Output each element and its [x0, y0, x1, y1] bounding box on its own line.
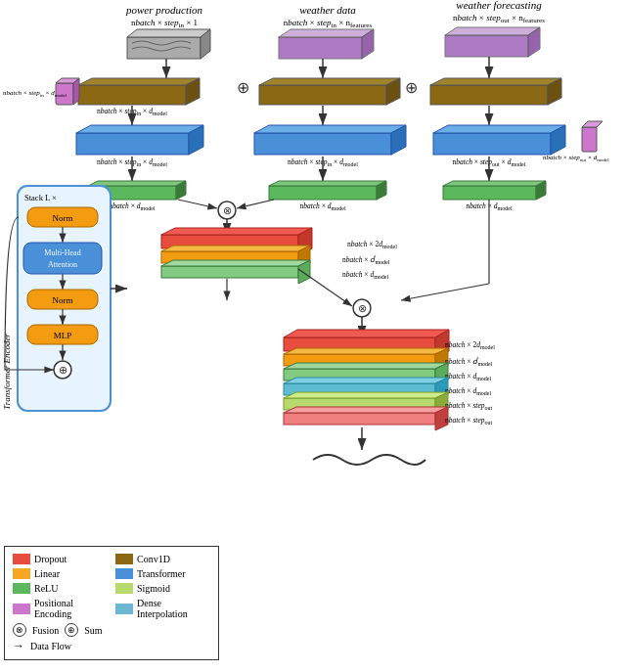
- svg-rect-13: [445, 35, 528, 57]
- svg-text:Norm: Norm: [53, 295, 73, 305]
- positional-color: [13, 604, 30, 614]
- svg-marker-26: [430, 78, 561, 85]
- svg-marker-14: [445, 27, 540, 35]
- dense-color: [115, 604, 133, 614]
- svg-rect-108: [284, 413, 435, 425]
- svg-marker-93: [284, 348, 448, 354]
- svg-text:nbatch × stepin × 1: nbatch × stepin × 1: [131, 18, 198, 29]
- svg-text:Stack L ×: Stack L ×: [24, 193, 57, 202]
- svg-rect-10: [279, 37, 362, 59]
- svg-marker-8: [127, 29, 210, 37]
- svg-rect-45: [433, 133, 551, 155]
- svg-text:⊕: ⊕: [59, 364, 67, 376]
- transformer-label: Transformer: [137, 568, 186, 579]
- svg-line-82: [401, 284, 489, 300]
- svg-text:nbatch × dmodel: nbatch × dmodel: [342, 270, 388, 280]
- diagram-container: power production nbatch × stepin × 1 wea…: [0, 0, 626, 672]
- dataflow-label: Data Flow: [30, 641, 71, 651]
- svg-text:Multi-Head: Multi-Head: [44, 248, 80, 257]
- svg-rect-60: [443, 186, 536, 200]
- dataflow-row: → Data Flow: [13, 639, 210, 653]
- svg-rect-56: [269, 186, 377, 200]
- arrow-icon: →: [13, 639, 24, 653]
- svg-text:⊕: ⊕: [237, 79, 249, 96]
- svg-marker-89: [284, 330, 449, 337]
- svg-rect-134: [582, 127, 597, 152]
- svg-marker-97: [284, 363, 448, 369]
- svg-text:nbatch × 2dmodel: nbatch × 2dmodel: [445, 340, 495, 350]
- legend-sigmoid: Sigmoid: [115, 583, 210, 594]
- svg-text:nbatch × dmodel: nbatch × dmodel: [445, 386, 491, 396]
- svg-text:nbatch × d̂model: nbatch × d̂model: [342, 255, 390, 265]
- svg-text:⊕: ⊕: [405, 79, 418, 96]
- svg-text:nbatch × dmodel: nbatch × dmodel: [299, 202, 345, 211]
- svg-text:nbatch × d̂model: nbatch × d̂model: [445, 357, 493, 367]
- svg-marker-11: [279, 29, 374, 37]
- conv1d-label: Conv1D: [137, 554, 170, 564]
- svg-text:Norm: Norm: [53, 213, 73, 223]
- svg-text:nbatch × dmodel: nbatch × dmodel: [445, 372, 491, 381]
- relu-color: [13, 583, 30, 594]
- legend: Dropout Conv1D Linear Transformer ReLU S…: [4, 546, 219, 660]
- svg-text:Attention: Attention: [48, 260, 77, 269]
- sum-icon: ⊕: [65, 623, 78, 637]
- svg-rect-77: [161, 266, 298, 278]
- svg-marker-42: [254, 125, 406, 133]
- legend-relu: ReLU: [13, 583, 108, 594]
- svg-rect-37: [76, 133, 189, 155]
- svg-text:Transformer Encoder: Transformer Encoder: [2, 334, 12, 410]
- linear-label: Linear: [34, 568, 60, 579]
- legend-transformer: Transformer: [115, 568, 210, 579]
- svg-text:nbatch × stepout × dmodel: nbatch × stepout × dmodel: [543, 154, 609, 162]
- svg-line-67: [237, 200, 274, 208]
- svg-rect-41: [254, 133, 391, 155]
- sigmoid-color: [115, 583, 133, 594]
- svg-rect-22: [259, 85, 386, 105]
- svg-marker-20: [78, 78, 200, 85]
- svg-marker-32: [73, 78, 79, 105]
- dropout-color: [13, 554, 30, 564]
- svg-marker-70: [161, 228, 312, 235]
- svg-marker-61: [443, 181, 546, 186]
- conv1d-color: [115, 554, 133, 564]
- svg-text:MLP: MLP: [54, 331, 72, 340]
- svg-text:nbatch × dmodel: nbatch × dmodel: [109, 202, 155, 211]
- svg-text:⊗: ⊗: [358, 302, 367, 314]
- dropout-label: Dropout: [34, 554, 67, 564]
- svg-text:nbatch × stepin × nfeatures: nbatch × stepin × nfeatures: [284, 18, 373, 29]
- svg-marker-101: [284, 378, 448, 383]
- svg-marker-78: [161, 260, 310, 266]
- svg-marker-46: [433, 125, 565, 133]
- svg-text:nbatch × 2dmodel: nbatch × 2dmodel: [347, 240, 397, 249]
- svg-rect-25: [430, 85, 548, 105]
- fusion-icon: ⊗: [13, 623, 26, 637]
- svg-rect-19: [78, 85, 186, 105]
- legend-grid: Dropout Conv1D Linear Transformer ReLU S…: [13, 553, 210, 620]
- svg-text:weather data: weather data: [299, 4, 356, 16]
- transformer-color: [115, 568, 133, 579]
- svg-marker-57: [269, 181, 386, 186]
- svg-marker-135: [582, 121, 603, 127]
- sum-label: Sum: [84, 625, 102, 636]
- fusion-row: ⊗ Fusion ⊕ Sum: [13, 623, 210, 637]
- legend-symbols: ⊗ Fusion ⊕ Sum → Data Flow: [13, 623, 210, 653]
- positional-label: PositionalEncoding: [34, 598, 73, 619]
- svg-rect-118: [23, 243, 102, 274]
- legend-conv1d: Conv1D: [115, 554, 210, 564]
- legend-linear: Linear: [13, 568, 108, 579]
- svg-text:nbatch × stepout: nbatch × stepout: [445, 416, 493, 426]
- dense-label: DenseInterpolation: [137, 598, 188, 619]
- fusion-label: Fusion: [32, 625, 59, 636]
- svg-text:nbatch × stepout × nfeatures: nbatch × stepout × nfeatures: [453, 13, 545, 24]
- svg-text:power production: power production: [125, 4, 203, 16]
- svg-marker-23: [259, 78, 400, 85]
- svg-marker-74: [161, 246, 310, 251]
- svg-marker-109: [284, 407, 448, 413]
- sigmoid-label: Sigmoid: [137, 583, 170, 594]
- legend-positional: PositionalEncoding: [13, 598, 108, 619]
- svg-text:nbatch × stepout: nbatch × stepout: [445, 401, 493, 411]
- svg-marker-38: [76, 125, 203, 133]
- svg-text:weather forecasting: weather forecasting: [456, 0, 542, 11]
- svg-marker-105: [284, 392, 448, 398]
- relu-label: ReLU: [34, 583, 58, 594]
